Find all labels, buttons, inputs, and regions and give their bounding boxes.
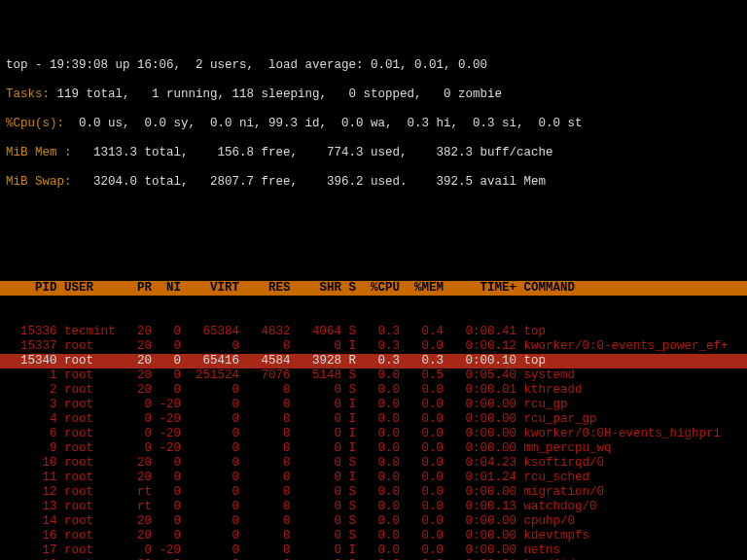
process-row[interactable]: 11 root 20 0 0 0 0 I 0.0 0.0 0:01.24 rcu…: [0, 471, 747, 485]
process-row[interactable]: 10 root 20 0 0 0 0 S 0.0 0.0 0:04.23 kso…: [0, 456, 747, 471]
process-row[interactable]: 15340 root 20 0 65416 4584 3928 R 0.3 0.…: [0, 354, 747, 368]
process-row[interactable]: 14 root 20 0 0 0 0 S 0.0 0.0 0:00.00 cpu…: [0, 514, 747, 529]
process-row[interactable]: 3 root 0 -20 0 0 0 I 0.0 0.0 0:00.00 rcu…: [0, 398, 747, 412]
process-row[interactable]: 15336 tecmint 20 0 65384 4832 4064 S 0.3…: [0, 325, 747, 339]
top-summary-line: top - 19:39:08 up 16:06, 2 users, load a…: [0, 58, 747, 73]
process-row[interactable]: 15337 root 20 0 0 0 0 I 0.3 0.0 0:00.12 …: [0, 339, 747, 354]
process-row[interactable]: 12 root rt 0 0 0 0 S 0.0 0.0 0:00.00 mig…: [0, 485, 747, 500]
process-row[interactable]: 17 root 0 -20 0 0 0 I 0.0 0.0 0:00.00 ne…: [0, 543, 747, 558]
tasks-line: Tasks: 119 total, 1 running, 118 sleepin…: [0, 88, 747, 102]
mem-line: MiB Mem : 1313.3 total, 156.8 free, 774.…: [0, 146, 747, 160]
cpu-line: %Cpu(s): 0.0 us, 0.0 sy, 0.0 ni, 99.3 id…: [0, 117, 747, 131]
process-row[interactable]: 4 root 0 -20 0 0 0 I 0.0 0.0 0:00.00 rcu…: [0, 412, 747, 427]
column-headers: PID USER PR NI VIRT RES SHR S %CPU %MEM …: [0, 281, 747, 296]
process-row[interactable]: 1 root 20 0 251524 7076 5148 S 0.0 0.5 0…: [0, 368, 747, 383]
process-row[interactable]: 9 root 0 -20 0 0 0 I 0.0 0.0 0:00.00 mm_…: [0, 441, 747, 456]
process-table[interactable]: PID USER PR NI VIRT RES SHR S %CPU %MEM …: [0, 252, 747, 560]
process-row[interactable]: 13 root rt 0 0 0 0 S 0.0 0.0 0:00.13 wat…: [0, 500, 747, 514]
swap-line: MiB Swap: 3204.0 total, 2807.7 free, 396…: [0, 175, 747, 190]
process-row[interactable]: 6 root 0 -20 0 0 0 I 0.0 0.0 0:00.00 kwo…: [0, 427, 747, 441]
process-row[interactable]: 2 root 20 0 0 0 0 S 0.0 0.0 0:00.01 kthr…: [0, 383, 747, 398]
process-row[interactable]: 16 root 20 0 0 0 0 S 0.0 0.0 0:00.00 kde…: [0, 529, 747, 543]
